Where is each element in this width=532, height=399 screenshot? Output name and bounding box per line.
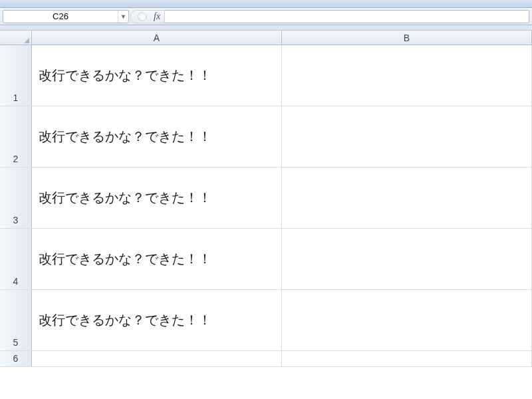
row-header-1[interactable]: 1 — [0, 45, 32, 106]
cell-A3[interactable]: 改行できるかな？できた！！ — [32, 168, 282, 228]
cell-B3[interactable] — [282, 168, 532, 228]
row-header-2[interactable]: 2 — [0, 106, 32, 167]
formula-area: fx — [130, 10, 529, 23]
cell-A2[interactable]: 改行できるかな？できた！！ — [32, 106, 282, 167]
ribbon-strip — [0, 0, 532, 8]
cell-A6[interactable] — [32, 351, 282, 366]
name-box-dropdown-icon[interactable]: ▼ — [118, 11, 128, 23]
table-row: 2 改行できるかな？できた！！ — [0, 106, 532, 168]
cell-B4[interactable] — [282, 229, 532, 289]
name-box[interactable] — [3, 11, 118, 21]
cell-A5[interactable]: 改行できるかな？できた！！ — [32, 290, 282, 350]
cell-B5[interactable] — [282, 290, 532, 350]
row-header-6[interactable]: 6 — [0, 351, 32, 366]
fx-button-group: fx — [130, 10, 165, 23]
table-row: 5 改行できるかな？できた！！ — [0, 290, 532, 351]
table-row: 6 — [0, 351, 532, 367]
column-header-A[interactable]: A — [32, 31, 282, 45]
table-row: 1 改行できるかな？できた！！ — [0, 45, 532, 106]
cell-B6[interactable] — [282, 351, 532, 366]
spreadsheet-grid: A B 1 改行できるかな？できた！！ 2 改行できるかな？できた！！ 3 改行… — [0, 31, 532, 367]
separator-strip — [0, 25, 532, 31]
formula-bar-row: ▼ fx — [0, 8, 532, 25]
name-box-container[interactable]: ▼ — [3, 10, 129, 23]
cell-B1[interactable] — [282, 45, 532, 106]
column-header-row: A B — [0, 31, 532, 45]
table-row: 4 改行できるかな？できた！！ — [0, 229, 532, 290]
fx-icon[interactable]: fx — [154, 11, 160, 22]
cell-A4[interactable]: 改行できるかな？できた！！ — [32, 229, 282, 289]
row-header-3[interactable]: 3 — [0, 168, 32, 228]
fx-cancel-icon[interactable] — [138, 12, 147, 21]
column-header-B[interactable]: B — [282, 31, 532, 45]
table-row: 3 改行できるかな？できた！！ — [0, 168, 532, 229]
row-header-5[interactable]: 5 — [0, 290, 32, 350]
row-header-4[interactable]: 4 — [0, 229, 32, 289]
select-all-corner[interactable] — [0, 31, 32, 45]
formula-input[interactable] — [165, 10, 529, 23]
cell-B2[interactable] — [282, 106, 532, 167]
cell-A1[interactable]: 改行できるかな？できた！！ — [32, 45, 282, 106]
